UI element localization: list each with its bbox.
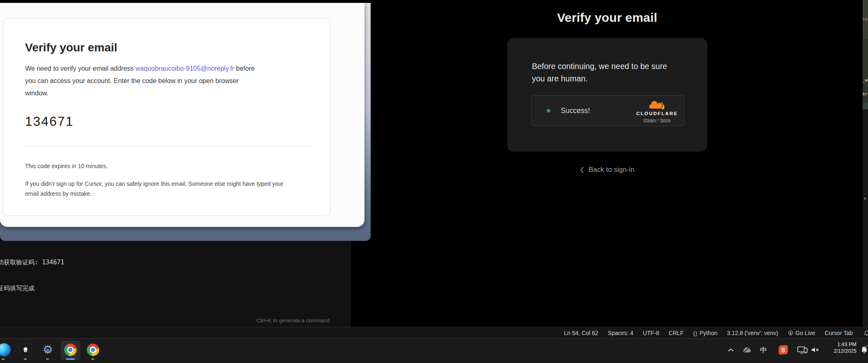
indentation-indicator[interactable]: Spaces: 4: [608, 330, 633, 336]
chrome-icon: [87, 344, 99, 356]
chrome-taskbar-button[interactable]: [86, 343, 100, 356]
cloudflare-cloud-icon: [648, 100, 666, 110]
email-body-text: before: [234, 65, 255, 72]
ide-status-bar: Ln 54, Col 62 Spaces: 4 UTF-8 CRLF {} Py…: [0, 327, 868, 338]
terminal-line: [0, 310, 80, 319]
email-window: Verify your email We need to verify your…: [0, 3, 371, 241]
edge-taskbar-button[interactable]: [0, 343, 11, 356]
verify-text-line2: you are human.: [532, 74, 588, 83]
chrome-icon: [64, 344, 77, 356]
cursor-position-indicator[interactable]: Ln 54, Col 62: [564, 330, 598, 336]
terms-link[interactable]: Terms: [660, 118, 671, 122]
clock-time: 1:43 PM: [833, 342, 856, 348]
encoding-indicator[interactable]: UTF-8: [643, 330, 659, 336]
ime-chinese-icon: 中: [760, 345, 767, 355]
browser-verify-page: Verify your email Before continuing, we …: [352, 0, 863, 328]
settings-taskbar-button[interactable]: ⚙: [41, 343, 54, 356]
privacy-link[interactable]: Privacy: [644, 118, 657, 122]
s-app-icon: S: [779, 345, 788, 354]
code-expiry-note: This code expires in 10 minutes.: [25, 163, 309, 169]
email-body-text: you can access your account. Enter the c…: [25, 77, 239, 84]
back-to-sign-in-link[interactable]: Back to sign-in: [352, 166, 863, 174]
email-card: Verify your email We need to verify your…: [3, 18, 330, 216]
active-app-indicator: [66, 358, 75, 360]
terminal-panel[interactable]: 功获取验证码: 134671 证码填写完成 在处理 Turnstile 验证..…: [0, 241, 351, 327]
code-fragment: co: [863, 16, 868, 22]
speaker-muted-icon: [811, 347, 820, 353]
python-interpreter-indicator[interactable]: 3.12.8 ('venv': venv): [727, 330, 778, 336]
page-title: Verify your email: [352, 11, 863, 25]
turnstile-links: Privacy • Terms: [636, 118, 678, 122]
cloudflare-wordmark: CLOUDFLARE: [636, 111, 678, 116]
email-body: We need to verify your email address waq…: [25, 62, 309, 99]
ime-tray-button[interactable]: 中: [757, 343, 770, 356]
taskbar-clock[interactable]: 1:43 PM 2/12/2025: [833, 342, 856, 354]
verify-text-line1: Before continuing, we need to be sure: [532, 62, 667, 71]
email-heading: Verify your email: [25, 41, 309, 54]
back-to-sign-in-label: Back to sign-in: [589, 166, 635, 174]
cloudflare-branding: CLOUDFLARE Privacy • Terms: [636, 100, 678, 122]
email-footer-text: email address by mistake.: [25, 190, 92, 197]
edge-icon: [0, 343, 11, 356]
running-indicator: [91, 358, 94, 360]
desktop: 功获取验证码: 134671 证码填写完成 在处理 Turnstile 验证..…: [0, 0, 868, 363]
language-mode-indicator[interactable]: {} Python: [693, 330, 717, 336]
running-indicator: [46, 358, 49, 360]
braces-icon: {}: [693, 330, 698, 336]
running-indicator: [2, 358, 5, 360]
editor-sliver: co _w er: [863, 0, 868, 327]
terminal-line: 功获取验证码: 134671: [0, 258, 80, 267]
volume-tray-button[interactable]: [809, 343, 822, 356]
broadcast-icon: [788, 330, 794, 336]
gear-icon: ⚙: [42, 344, 53, 356]
snipaste-tray-button[interactable]: S: [777, 343, 790, 356]
email-body-text: We need to verify your email address: [25, 65, 135, 72]
success-dot-icon: [547, 109, 550, 113]
verify-card: Before continuing, we need to be sure yo…: [507, 38, 707, 152]
windows-taskbar: ⚙ 中 S: [0, 338, 868, 363]
eol-indicator[interactable]: CRLF: [668, 330, 684, 336]
cloudflare-turnstile-widget[interactable]: Success! CLOUDFLARE Privacy • Terms: [531, 95, 685, 126]
running-indicator: [24, 358, 27, 360]
language-label: Python: [700, 330, 718, 336]
tray-overflow-button[interactable]: [724, 343, 737, 356]
email-footer: If you didn’t sign up for Cursor, you ca…: [25, 179, 309, 199]
divider: [25, 146, 309, 146]
terminal-output: 功获取验证码: 134671 证码填写完成 在处理 Turnstile 验证..…: [0, 241, 80, 327]
email-page: Verify your email We need to verify your…: [0, 3, 364, 227]
cast-display-tray-button[interactable]: [796, 343, 809, 356]
code-fragment: _w: [863, 77, 868, 83]
email-body-text: window.: [25, 90, 49, 97]
verification-code: 134671: [25, 114, 309, 129]
cloud-offline-icon: [742, 347, 752, 354]
chevron-up-icon: [728, 348, 734, 352]
status-bar-right: Ln 54, Col 62 Spaces: 4 UTF-8 CRLF {} Py…: [564, 327, 853, 338]
cursor-tab-indicator[interactable]: Cursor Tab: [825, 330, 853, 336]
editor-sliver-dot: [864, 198, 866, 199]
terminal-ctrlk-hint: Ctrl+K to generate a command: [257, 317, 330, 324]
notifications-bell-icon[interactable]: [864, 330, 868, 338]
gem-app-icon: [19, 344, 32, 356]
monitor-cast-icon: [797, 346, 808, 354]
code-fragment: er: [863, 91, 868, 97]
focus-assist-bell-icon[interactable]: z z: [860, 345, 868, 354]
terminal-line: 证码填写完成: [0, 284, 80, 293]
clock-date: 2/12/2025: [833, 348, 856, 355]
chrome-active-taskbar-button[interactable]: [64, 343, 77, 356]
go-live-button[interactable]: Go Live: [788, 330, 815, 336]
links-separator: •: [657, 118, 659, 122]
go-live-label: Go Live: [796, 330, 815, 336]
editor-sliver-block: [863, 103, 868, 109]
email-footer-text: If you didn’t sign up for Cursor, you ca…: [25, 180, 283, 187]
turnstile-status: Success!: [561, 106, 590, 115]
verify-card-text: Before continuing, we need to be sure yo…: [532, 60, 683, 85]
chevron-left-icon: [580, 166, 584, 173]
onedrive-tray-button[interactable]: [740, 343, 753, 356]
email-address-link[interactable]: waquobraucoibo-9105@noreply.fr: [135, 65, 234, 72]
svg-text:z: z: [866, 345, 867, 347]
gem-app-taskbar-button[interactable]: [19, 343, 32, 356]
